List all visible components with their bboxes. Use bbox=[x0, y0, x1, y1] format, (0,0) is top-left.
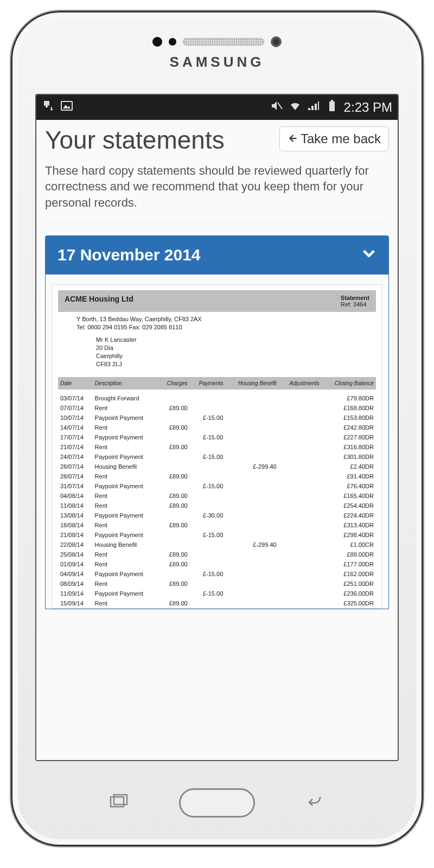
table-row: 24/07/14Paypoint Payment£-15.00£301.80DR bbox=[58, 452, 376, 462]
download-icon bbox=[42, 99, 55, 116]
table-row: 03/07/14Brought Forward£79.80DR bbox=[58, 390, 376, 403]
col-housing-benefit: Housing Benefit bbox=[225, 377, 278, 390]
table-row: 21/07/14Rent£89.00£316.80DR bbox=[58, 442, 376, 452]
col-adjustments: Adjustments bbox=[279, 377, 322, 390]
page-title: Your statements bbox=[45, 126, 225, 154]
table-row: 17/07/14Paypoint Payment£-15.00£227.80DR bbox=[58, 432, 376, 442]
status-time: 2:23 PM bbox=[344, 100, 392, 115]
svg-rect-0 bbox=[61, 101, 72, 110]
chevron-down-icon bbox=[361, 246, 376, 265]
table-row: 21/08/14Paypoint Payment£-15.00£298.40DR bbox=[58, 530, 376, 540]
table-row: 13/08/14Paypoint Payment£-30.00£224.40DR bbox=[58, 510, 376, 520]
back-button-label: Take me back bbox=[301, 131, 381, 146]
table-row: 14/07/14Rent£89.00£242.80DR bbox=[58, 423, 376, 432]
statement-document[interactable]: ACME Housing Ltd Statement Ref: 3464 Y B… bbox=[52, 284, 382, 609]
table-row: 01/09/14Rent£89.00£177.00DR bbox=[58, 559, 376, 569]
mute-icon bbox=[270, 99, 283, 116]
table-row: 08/09/14Rent£89.00£251.00DR bbox=[58, 579, 376, 589]
phone-bottom-bezel bbox=[12, 761, 422, 845]
recipient-address: Mr K Lancaster20 DiaCaerphillyCF83 2LJ bbox=[58, 334, 376, 376]
earpiece-speaker-icon bbox=[183, 38, 264, 46]
table-header-row: Date Description Charges Payments Housin… bbox=[58, 377, 376, 390]
statement-table: Date Description Charges Payments Housin… bbox=[58, 377, 376, 608]
gallery-icon bbox=[60, 99, 73, 116]
home-button[interactable] bbox=[179, 788, 255, 818]
col-date: Date bbox=[58, 377, 93, 390]
front-camera-icon bbox=[271, 36, 282, 47]
svg-marker-1 bbox=[63, 105, 71, 108]
col-payments: Payments bbox=[190, 377, 226, 390]
table-row: 25/08/14Rent£89.00£88.00DR bbox=[58, 550, 376, 559]
light-sensor-icon bbox=[169, 38, 176, 46]
statement-header: ACME Housing Ltd Statement Ref: 3464 bbox=[58, 290, 376, 312]
signal-icon bbox=[307, 99, 320, 116]
table-row: 04/08/14Rent£89.00£165.40DR bbox=[58, 491, 376, 501]
phone-top-bezel: SAMSUNG bbox=[12, 12, 422, 94]
table-row: 18/08/14Rent£89.00£313.40DR bbox=[58, 520, 376, 530]
svg-rect-5 bbox=[111, 797, 124, 807]
table-row: 22/08/14Housing Benefit£-299.40£1.00CR bbox=[58, 540, 376, 550]
phone-frame: SAMSUNG bbox=[11, 11, 423, 846]
statement-accordion: 17 November 2014 ACME Housing Ltd Statem… bbox=[45, 235, 389, 609]
svg-rect-3 bbox=[329, 101, 335, 111]
screen: 2:23 PM Your statements Take me back The… bbox=[35, 94, 399, 761]
table-row: 11/09/14Paypoint Payment£-15.00£236.00DR bbox=[58, 589, 376, 598]
table-row: 10/07/14Paypoint Payment£-15.00£153.80DR bbox=[58, 413, 376, 423]
svg-rect-6 bbox=[114, 795, 127, 805]
accordion-date: 17 November 2014 bbox=[58, 246, 201, 264]
statement-ref: Statement Ref: 3464 bbox=[341, 295, 369, 308]
svg-line-2 bbox=[278, 103, 282, 109]
proximity-sensor-icon bbox=[152, 37, 162, 47]
table-row: 07/07/14Rent£89.00£168.80DR bbox=[58, 403, 376, 413]
recent-apps-icon[interactable] bbox=[108, 794, 130, 812]
table-row: 04/09/14Paypoint Payment£-15.00£162.00DR bbox=[58, 569, 376, 579]
table-row: 31/07/14Paypoint Payment£-15.00£76.40DR bbox=[58, 481, 376, 491]
table-row: 28/07/14Rent£89.00£91.40DR bbox=[58, 471, 376, 481]
svg-rect-4 bbox=[331, 100, 333, 101]
android-status-bar: 2:23 PM bbox=[36, 95, 398, 120]
app-content[interactable]: Your statements Take me back These hard … bbox=[36, 120, 398, 760]
col-description: Description bbox=[93, 377, 159, 390]
table-row: 28/07/14Housing Benefit£-299.40£2.40DR bbox=[58, 462, 376, 471]
wifi-icon bbox=[289, 99, 302, 116]
company-name: ACME Housing Ltd bbox=[65, 295, 133, 303]
accordion-header[interactable]: 17 November 2014 bbox=[46, 236, 388, 275]
table-row: 15/09/14Rent£89.00£325.00DR bbox=[58, 598, 376, 608]
company-address: Y Borth, 13 Beddau Way, Caerphilly, CF83… bbox=[58, 312, 376, 334]
table-row: 11/08/14Rent£89.00£254.40DR bbox=[58, 501, 376, 510]
col-charges: Charges bbox=[158, 377, 189, 390]
device-brand: SAMSUNG bbox=[170, 54, 265, 71]
battery-icon bbox=[326, 99, 339, 116]
arrow-left-icon bbox=[288, 131, 297, 146]
col-closing-balance: Closing Balance bbox=[322, 377, 376, 390]
back-hardware-icon[interactable] bbox=[304, 794, 326, 812]
back-button[interactable]: Take me back bbox=[279, 126, 389, 151]
intro-text: These hard copy statements should be rev… bbox=[45, 163, 389, 222]
